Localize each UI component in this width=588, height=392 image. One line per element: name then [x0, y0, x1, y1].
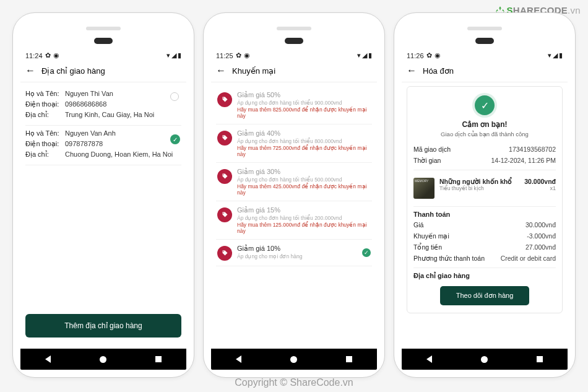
promo-item[interactable]: Giảm giá 10%Áp dụng cho mọi đơn hàng✓	[216, 240, 372, 266]
promo-title: Giảm giá 40%	[237, 129, 371, 137]
payment-row-value: 30.000vnđ	[525, 221, 556, 229]
item-subtitle: Tiểu thuyết bi kịch	[439, 185, 512, 191]
payment-row: Tổng tiền27.000vnđ	[413, 242, 556, 253]
nav-back-icon[interactable]	[236, 355, 241, 363]
shipping-section-heading: Địa chỉ giao hàng	[413, 272, 556, 280]
android-nav-bar	[20, 349, 186, 370]
promo-item: Giảm giá 40%Áp dụng cho đơn hàng tối thi…	[216, 124, 372, 163]
android-nav-bar	[402, 349, 568, 370]
payment-row-label: Phương thức thanh toán	[413, 255, 485, 262]
battery-icon: ▮	[559, 51, 563, 59]
status-bar: 11:25 ✿ ◉ ▾ ◢ ▮	[211, 49, 377, 61]
page-title: Địa chỉ giao hàng	[41, 66, 105, 76]
item-qty: x1	[524, 185, 556, 191]
track-order-button[interactable]: Theo dõi đơn hàng	[440, 286, 530, 305]
add-address-button[interactable]: Thêm địa chỉ giao hàng	[25, 314, 181, 338]
battery-icon: ▮	[178, 51, 181, 59]
price-tag-icon	[217, 169, 232, 184]
app-bar: ← Hóa đơn	[402, 61, 568, 82]
signal-icon: ◢	[553, 51, 558, 59]
location-icon: ◉	[53, 51, 59, 59]
promo-subtitle: Áp dụng cho đơn hàng tối thiểu 500.000vn…	[237, 176, 371, 183]
payment-row: Giá30.000vnđ	[413, 219, 556, 230]
nav-home-icon[interactable]	[481, 356, 488, 363]
promo-warning: Hãy mua thêm 125.000vnđ để nhận được khu…	[237, 222, 371, 234]
battery-icon: ▮	[368, 51, 372, 59]
signal-icon: ◢	[171, 51, 176, 59]
price-tag-icon	[217, 131, 232, 146]
item-price: 30.000vnđ	[524, 178, 556, 185]
success-check-icon: ✓	[475, 95, 495, 115]
payment-row-label: Khuyến mại	[413, 232, 449, 240]
back-icon[interactable]: ←	[216, 66, 226, 76]
status-bar: 11:24 ✿ ◉ ▾ ◢ ▮	[20, 49, 186, 61]
page-title: Hóa đơn	[423, 66, 454, 76]
address-label-address: Địa chỉ:	[25, 111, 65, 119]
location-icon: ◉	[435, 51, 441, 59]
status-bar: 11:26 ✿ ◉ ▾ ◢ ▮	[402, 49, 568, 61]
phone-frame-addresses: 11:24 ✿ ◉ ▾ ◢ ▮ ← Địa chỉ giao hàng Họ v…	[12, 12, 194, 378]
wifi-icon: ▾	[357, 51, 361, 59]
nav-back-icon[interactable]	[426, 355, 432, 363]
nav-recent-icon[interactable]	[537, 356, 543, 362]
thanks-heading: Cảm ơn bạn!	[413, 120, 556, 129]
promo-item: Giảm giá 15%Áp dụng cho đơn hàng tối thi…	[216, 201, 372, 240]
price-tag-icon	[217, 246, 232, 261]
signal-icon: ◢	[362, 51, 367, 59]
address-value-name: Nguyen Thi Van	[65, 90, 181, 98]
nav-home-icon[interactable]	[100, 356, 106, 363]
phone-frame-promos: 11:25 ✿ ◉ ▾ ◢ ▮ ← Khuyến mại Giảm giá 50…	[203, 12, 385, 378]
payment-row-value: Credit or debit card	[501, 255, 556, 262]
phone-frame-receipt: 11:26 ✿ ◉ ▾ ◢ ▮ ← Hóa đơn ✓ Cảm ơn bạn!	[394, 12, 576, 378]
unselected-radio-icon[interactable]	[170, 92, 179, 101]
watermark-copyright: Copyright © ShareCode.vn	[235, 377, 353, 388]
address-label-phone: Điện thoại:	[25, 100, 65, 108]
nav-back-icon[interactable]	[45, 355, 51, 363]
payment-section-heading: Thanh toán	[413, 211, 556, 218]
status-time: 11:25	[216, 52, 233, 59]
receipt-card: ✓ Cảm ơn bạn! Giao dịch của bạn đã thành…	[407, 86, 563, 313]
address-label-address: Địa chỉ:	[25, 150, 65, 159]
nav-recent-icon[interactable]	[155, 356, 162, 362]
nav-home-icon[interactable]	[290, 356, 297, 363]
status-time: 11:26	[407, 52, 424, 59]
payment-row: Phương thức thanh toánCredit or debit ca…	[413, 253, 556, 264]
back-icon[interactable]: ←	[25, 66, 35, 76]
address-card[interactable]: Họ và Tên:Nguyen Thi VanĐiện thoại:09868…	[25, 86, 181, 126]
payment-row-value: -3.000vnđ	[527, 232, 556, 240]
tx-value: 1734193568702	[509, 146, 556, 153]
book-thumb-icon: MEMORY	[413, 178, 435, 199]
app-bar: ← Địa chỉ giao hàng	[20, 61, 186, 82]
back-icon[interactable]: ←	[407, 66, 417, 76]
status-time: 11:24	[25, 52, 43, 59]
nav-recent-icon[interactable]	[346, 356, 352, 362]
payment-row: Khuyến mại-3.000vnđ	[413, 230, 556, 242]
promo-title: Giảm giá 50%	[237, 91, 371, 99]
time-value: 14-12-2024, 11:26 PM	[491, 157, 556, 164]
promo-title: Giảm giá 10%	[237, 245, 357, 253]
promo-subtitle: Áp dụng cho mọi đơn hàng	[237, 253, 357, 259]
address-value-phone: 0978787878	[65, 140, 181, 148]
promo-subtitle: Áp dụng cho đơn hàng tối thiểu 800.000vn…	[237, 138, 371, 144]
gear-icon: ✿	[236, 51, 241, 59]
order-item: MEMORY Những người khốn khổ Tiểu thuyết …	[413, 174, 556, 203]
address-label-name: Họ và Tên:	[25, 129, 65, 137]
selected-check-icon[interactable]: ✓	[170, 134, 180, 144]
payment-row-label: Tổng tiền	[413, 243, 442, 251]
address-card[interactable]: Họ và Tên:Nguyen Van AnhĐiện thoại:09787…	[25, 126, 181, 165]
address-value-address: Trung Kinh, Cau Giay, Ha Noi	[65, 111, 181, 119]
wifi-icon: ▾	[548, 51, 551, 59]
tx-label: Mã giao dịch	[413, 146, 451, 153]
address-label-name: Họ và Tên:	[25, 90, 65, 98]
promo-warning: Hãy mua thêm 425.000vnđ để nhận được khu…	[237, 183, 371, 196]
promo-warning: Hãy mua thêm 825.000vnđ để nhận được khu…	[237, 107, 371, 119]
promo-item: Giảm giá 50%Áp dụng cho đơn hàng tối thi…	[216, 86, 372, 124]
item-title: Những người khốn khổ	[439, 178, 512, 185]
promo-title: Giảm giá 30%	[237, 168, 371, 176]
promo-warning: Hãy mua thêm 725.000vnđ để nhận được khu…	[237, 145, 371, 157]
promo-selected-icon[interactable]: ✓	[362, 248, 371, 257]
address-value-phone: 09868686868	[65, 100, 181, 108]
time-label: Thời gian	[413, 157, 441, 164]
address-label-phone: Điện thoại:	[25, 140, 65, 148]
success-desc: Giao dịch của bạn đã thành công	[413, 131, 556, 137]
